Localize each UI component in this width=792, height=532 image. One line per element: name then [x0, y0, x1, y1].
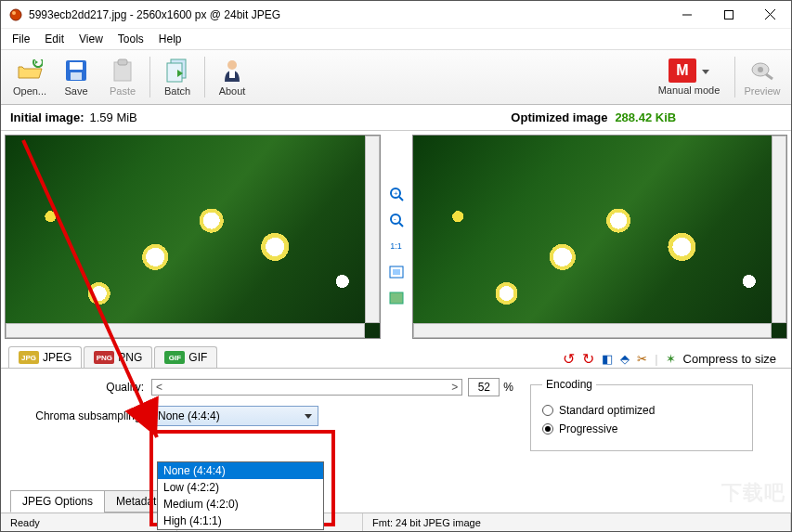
- menu-help[interactable]: Help: [151, 31, 189, 47]
- image-content: [413, 136, 787, 338]
- status-format: Fmt: 24 bit JPEG image: [363, 513, 791, 531]
- quality-label: Quality:: [12, 381, 151, 394]
- manual-mode-button[interactable]: M Manual mode: [647, 52, 731, 102]
- zoom-out-icon[interactable]: -: [388, 212, 405, 228]
- manual-mode-icon: M: [669, 58, 696, 83]
- flip-h-icon[interactable]: ◧: [602, 352, 613, 366]
- compress-gear-icon: ✶: [666, 352, 676, 366]
- paste-button[interactable]: Paste: [99, 52, 146, 102]
- paste-icon: [110, 58, 136, 84]
- tab-png[interactable]: PNGPNG: [84, 346, 152, 368]
- chroma-option-none[interactable]: None (4:4:4): [158, 462, 323, 479]
- bottom-tabs: JPEG Options Metadata: [10, 490, 174, 513]
- toolbar-sep: [734, 57, 735, 97]
- toolbar: Open... Save Paste Batch About M Manual …: [1, 49, 791, 105]
- batch-icon: [164, 58, 190, 84]
- compress-to-size-button[interactable]: Compress to size: [683, 352, 776, 366]
- scrollbar-vertical[interactable]: [772, 136, 786, 323]
- about-button[interactable]: About: [209, 52, 255, 102]
- zoom-actual-button[interactable]: 1:1: [388, 238, 405, 254]
- quality-slider[interactable]: <>: [151, 379, 462, 396]
- svg-line-19: [399, 197, 403, 201]
- minimize-button[interactable]: [666, 1, 708, 28]
- svg-rect-25: [393, 269, 400, 275]
- png-badge-icon: PNG: [94, 351, 114, 364]
- controls-area: Quality: <> % Chroma subsampling: None (…: [1, 369, 791, 451]
- format-tabs: JPGJPEG PNGPNG GIFGIF ↺ ↻ ◧ ⬘ ✂ | ✶ Comp…: [1, 343, 791, 369]
- svg-rect-7: [70, 62, 83, 70]
- app-icon: [8, 7, 23, 22]
- preview-button[interactable]: Preview: [739, 52, 786, 102]
- rotate-cw-icon[interactable]: ↻: [582, 350, 594, 368]
- chroma-dropdown[interactable]: None (4:4:4): [151, 406, 318, 426]
- svg-point-16: [758, 67, 763, 72]
- tab-gif[interactable]: GIFGIF: [154, 346, 217, 368]
- svg-rect-3: [724, 10, 733, 19]
- toolbar-sep: [204, 57, 205, 97]
- scrollbar-horizontal[interactable]: [413, 323, 773, 338]
- close-button[interactable]: [749, 1, 791, 28]
- save-button[interactable]: Save: [53, 52, 99, 102]
- menu-tools[interactable]: Tools: [110, 31, 151, 47]
- chevron-down-icon: [702, 70, 709, 74]
- rotate-ccw-icon[interactable]: ↺: [563, 350, 575, 368]
- scrollbar-horizontal[interactable]: [6, 323, 365, 338]
- svg-text:+: +: [394, 189, 398, 198]
- open-button[interactable]: Open...: [6, 52, 53, 102]
- maximize-button[interactable]: [708, 1, 749, 28]
- svg-rect-8: [71, 72, 82, 80]
- image-content: [6, 136, 380, 338]
- fullscreen-icon[interactable]: [388, 290, 405, 306]
- tab-jpeg-options[interactable]: JPEG Options: [10, 490, 105, 513]
- menu-file[interactable]: File: [5, 31, 37, 47]
- svg-point-0: [10, 9, 21, 20]
- svg-point-1: [12, 11, 16, 15]
- svg-point-13: [227, 60, 237, 70]
- zoom-toolbar: + - 1:1: [384, 131, 409, 343]
- status-ready: Ready: [1, 513, 177, 531]
- tab-jpeg[interactable]: JPGJPEG: [8, 346, 82, 368]
- image-row: + - 1:1: [1, 131, 791, 343]
- preview-icon: [749, 58, 775, 84]
- gif-badge-icon: GIF: [164, 351, 185, 364]
- about-icon: [219, 58, 245, 84]
- encoding-legend: Encoding: [542, 378, 596, 391]
- folder-open-icon: [17, 58, 43, 84]
- scrollbar-vertical[interactable]: [365, 136, 380, 323]
- percent-label: %: [503, 381, 513, 394]
- initial-image-size: 1.59 MiB: [89, 110, 136, 124]
- flip-v-icon[interactable]: ⬘: [620, 352, 630, 366]
- svg-rect-14: [229, 71, 235, 78]
- optimized-image-label: Optimized image: [511, 110, 607, 124]
- radio-progressive[interactable]: Progressive: [542, 422, 741, 435]
- svg-line-22: [399, 223, 403, 227]
- menu-view[interactable]: View: [71, 31, 110, 47]
- chroma-option-medium[interactable]: Medium (4:2:0): [158, 496, 323, 513]
- optimized-image-pane[interactable]: [412, 135, 788, 339]
- svg-rect-10: [118, 59, 127, 65]
- chroma-label: Chroma subsampling:: [12, 409, 151, 422]
- zoom-fit-icon[interactable]: [388, 264, 405, 280]
- menu-edit[interactable]: Edit: [37, 31, 71, 47]
- initial-image-pane[interactable]: [5, 135, 381, 339]
- toolbar-sep: [149, 57, 150, 97]
- chroma-dropdown-list[interactable]: None (4:4:4) Low (4:2:2) Medium (4:2:0) …: [157, 461, 324, 530]
- svg-rect-26: [390, 292, 403, 304]
- quality-input[interactable]: [468, 378, 500, 396]
- chroma-option-low[interactable]: Low (4:2:2): [158, 479, 323, 496]
- zoom-in-icon[interactable]: +: [388, 186, 405, 202]
- svg-line-17: [766, 74, 773, 79]
- chevron-down-icon: [305, 414, 312, 419]
- initial-image-label: Initial image:: [10, 110, 84, 124]
- encoding-fieldset: Encoding Standard optimized Progressive: [530, 378, 753, 451]
- jpeg-badge-icon: JPG: [19, 351, 39, 364]
- radio-standard[interactable]: Standard optimized: [542, 404, 741, 417]
- svg-text:-: -: [394, 214, 396, 223]
- watermark: 下载吧: [721, 479, 786, 507]
- chroma-value: None (4:4:4): [158, 409, 220, 422]
- chroma-option-high[interactable]: High (4:1:1): [158, 513, 323, 529]
- window-title: 5993ecb2dd217.jpg - 2560x1600 px @ 24bit…: [29, 8, 666, 21]
- batch-button[interactable]: Batch: [154, 52, 201, 102]
- crop-icon[interactable]: ✂: [637, 352, 647, 366]
- save-icon: [63, 58, 89, 84]
